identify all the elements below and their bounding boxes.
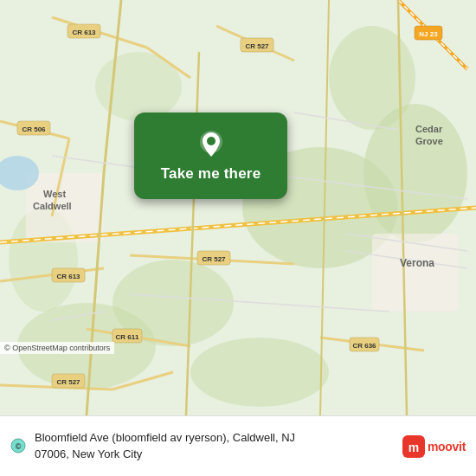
svg-text:CR 636: CR 636	[352, 342, 376, 350]
svg-text:NJ 23: NJ 23	[419, 30, 438, 38]
moovit-text: moovit	[428, 440, 466, 453]
svg-text:Cedar: Cedar	[415, 124, 443, 134]
svg-text:Grove: Grove	[415, 136, 443, 146]
svg-text:CR 527: CR 527	[202, 255, 226, 263]
svg-text:CR 613: CR 613	[56, 273, 80, 280]
svg-rect-10	[372, 234, 459, 312]
svg-point-5	[329, 26, 415, 130]
svg-text:©: ©	[16, 442, 22, 451]
svg-text:CR 611: CR 611	[115, 333, 139, 341]
button-label: Take me there	[161, 165, 261, 183]
svg-text:CR 527: CR 527	[245, 42, 269, 50]
take-me-there-button[interactable]: Take me there	[134, 113, 287, 199]
svg-text:CR 613: CR 613	[72, 29, 96, 36]
svg-text:m: m	[408, 441, 419, 454]
osm-text: © OpenStreetMap contributors	[4, 344, 110, 352]
map-pin-icon	[196, 129, 227, 160]
svg-text:West: West	[43, 189, 66, 199]
osm-attribution: © OpenStreetMap contributors	[0, 342, 114, 354]
svg-text:CR 527: CR 527	[56, 378, 80, 386]
svg-text:CR 506: CR 506	[22, 125, 46, 133]
bottom-info-bar: © Bloomfield Ave (bloomfield av ryerson)…	[0, 415, 476, 476]
moovit-icon-svg: m	[402, 435, 425, 458]
osm-logo: ©	[10, 438, 26, 455]
svg-text:Verona: Verona	[400, 257, 434, 269]
moovit-logo: m moovit	[402, 435, 466, 458]
address-line1: Bloomfield Ave (bloomfield av ryerson), …	[35, 430, 394, 446]
map-view: CR 613 CR 527 NJ 23 CR 506 CR 613 CR 527…	[0, 0, 476, 415]
address-line2: 07006, New York City	[35, 447, 394, 462]
svg-point-6	[190, 338, 329, 407]
svg-point-66	[207, 137, 215, 145]
address-block: Bloomfield Ave (bloomfield av ryerson), …	[35, 430, 394, 461]
svg-text:Caldwell: Caldwell	[33, 201, 72, 211]
